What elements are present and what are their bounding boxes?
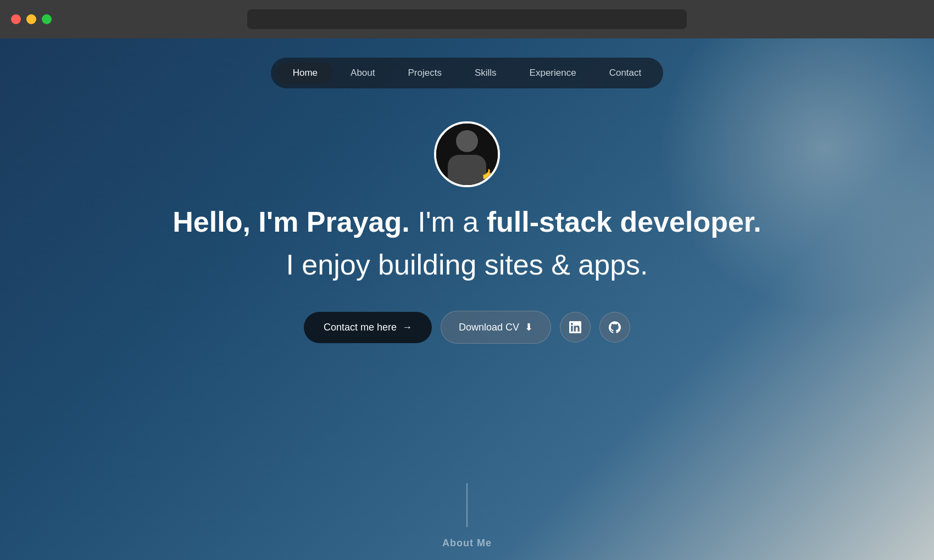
scroll-indicator [466, 483, 468, 527]
github-button[interactable] [599, 312, 630, 343]
nav-item-about[interactable]: About [335, 62, 390, 84]
wave-emoji: 🤙 [482, 169, 497, 183]
hero-section: 🤙 Hello, I'm Prayag. I'm a full-stack de… [0, 121, 934, 344]
contact-label: Contact me here [324, 322, 397, 333]
nav-item-projects[interactable]: Projects [393, 62, 457, 84]
hero-subtitle: I enjoy building sites & apps. [286, 247, 648, 284]
download-cv-button[interactable]: Download CV ⬇ [441, 311, 551, 344]
traffic-lights [11, 14, 52, 24]
close-button[interactable] [11, 14, 21, 24]
hero-name: Hello, I'm Prayag. [173, 206, 409, 238]
window-chrome [0, 0, 934, 38]
avatar: 🤙 [434, 121, 500, 187]
address-bar[interactable] [247, 9, 687, 29]
navbar: Home About Projects Skills Experience Co… [0, 38, 934, 88]
nav-item-home[interactable]: Home [277, 62, 333, 84]
minimize-button[interactable] [26, 14, 36, 24]
hero-intro: I'm a [418, 206, 487, 238]
hero-title: Hello, I'm Prayag. I'm a full-stack deve… [173, 204, 761, 241]
download-icon: ⬇ [525, 321, 533, 333]
action-row: Contact me here → Download CV ⬇ [304, 311, 630, 344]
maximize-button[interactable] [42, 14, 52, 24]
contact-button[interactable]: Contact me here → [304, 312, 432, 343]
browser-viewport: Home About Projects Skills Experience Co… [0, 38, 934, 560]
linkedin-icon [569, 321, 581, 333]
hero-role: full-stack developer. [487, 206, 761, 238]
nav-item-skills[interactable]: Skills [459, 62, 512, 84]
linkedin-button[interactable] [560, 312, 591, 343]
about-hint: About Me [442, 537, 492, 549]
github-icon [609, 321, 621, 333]
nav-item-contact[interactable]: Contact [594, 62, 657, 84]
nav-container: Home About Projects Skills Experience Co… [271, 58, 664, 88]
nav-item-experience[interactable]: Experience [514, 62, 592, 84]
arrow-icon: → [402, 322, 412, 333]
download-label: Download CV [459, 322, 519, 333]
